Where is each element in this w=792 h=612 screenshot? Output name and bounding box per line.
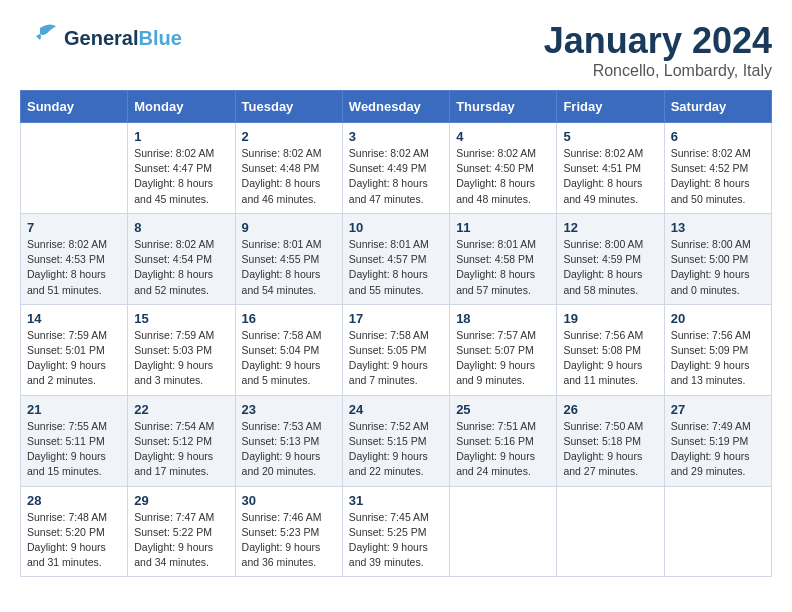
day-number: 3 (349, 129, 443, 144)
day-info: Sunrise: 8:02 AM Sunset: 4:53 PM Dayligh… (27, 237, 121, 298)
day-number: 23 (242, 402, 336, 417)
day-info: Sunrise: 7:59 AM Sunset: 5:03 PM Dayligh… (134, 328, 228, 389)
day-info: Sunrise: 7:58 AM Sunset: 5:04 PM Dayligh… (242, 328, 336, 389)
location: Roncello, Lombardy, Italy (544, 62, 772, 80)
calendar-cell: 10Sunrise: 8:01 AM Sunset: 4:57 PM Dayli… (342, 213, 449, 304)
day-number: 11 (456, 220, 550, 235)
calendar-cell: 11Sunrise: 8:01 AM Sunset: 4:58 PM Dayli… (450, 213, 557, 304)
calendar-cell (664, 486, 771, 577)
day-info: Sunrise: 8:02 AM Sunset: 4:52 PM Dayligh… (671, 146, 765, 207)
day-number: 21 (27, 402, 121, 417)
calendar-cell: 24Sunrise: 7:52 AM Sunset: 5:15 PM Dayli… (342, 395, 449, 486)
calendar-cell: 8Sunrise: 8:02 AM Sunset: 4:54 PM Daylig… (128, 213, 235, 304)
day-info: Sunrise: 7:45 AM Sunset: 5:25 PM Dayligh… (349, 510, 443, 571)
day-number: 15 (134, 311, 228, 326)
day-number: 19 (563, 311, 657, 326)
logo-blue: Blue (138, 27, 181, 49)
day-info: Sunrise: 8:01 AM Sunset: 4:57 PM Dayligh… (349, 237, 443, 298)
calendar-week-3: 14Sunrise: 7:59 AM Sunset: 5:01 PM Dayli… (21, 304, 772, 395)
day-info: Sunrise: 7:46 AM Sunset: 5:23 PM Dayligh… (242, 510, 336, 571)
calendar-cell: 12Sunrise: 8:00 AM Sunset: 4:59 PM Dayli… (557, 213, 664, 304)
day-header-thursday: Thursday (450, 91, 557, 123)
day-number: 25 (456, 402, 550, 417)
day-number: 4 (456, 129, 550, 144)
day-info: Sunrise: 7:47 AM Sunset: 5:22 PM Dayligh… (134, 510, 228, 571)
calendar-cell: 25Sunrise: 7:51 AM Sunset: 5:16 PM Dayli… (450, 395, 557, 486)
calendar-cell: 17Sunrise: 7:58 AM Sunset: 5:05 PM Dayli… (342, 304, 449, 395)
day-header-tuesday: Tuesday (235, 91, 342, 123)
day-header-friday: Friday (557, 91, 664, 123)
day-number: 14 (27, 311, 121, 326)
day-number: 10 (349, 220, 443, 235)
logo: GeneralBlue (20, 20, 182, 56)
day-header-sunday: Sunday (21, 91, 128, 123)
calendar-cell: 2Sunrise: 8:02 AM Sunset: 4:48 PM Daylig… (235, 123, 342, 214)
calendar-cell: 13Sunrise: 8:00 AM Sunset: 5:00 PM Dayli… (664, 213, 771, 304)
day-number: 8 (134, 220, 228, 235)
header: GeneralBlue January 2024 Roncello, Lomba… (20, 20, 772, 80)
day-info: Sunrise: 7:53 AM Sunset: 5:13 PM Dayligh… (242, 419, 336, 480)
calendar-cell: 18Sunrise: 7:57 AM Sunset: 5:07 PM Dayli… (450, 304, 557, 395)
calendar-cell: 21Sunrise: 7:55 AM Sunset: 5:11 PM Dayli… (21, 395, 128, 486)
calendar-cell: 6Sunrise: 8:02 AM Sunset: 4:52 PM Daylig… (664, 123, 771, 214)
calendar-cell: 3Sunrise: 8:02 AM Sunset: 4:49 PM Daylig… (342, 123, 449, 214)
day-info: Sunrise: 7:49 AM Sunset: 5:19 PM Dayligh… (671, 419, 765, 480)
calendar-cell: 16Sunrise: 7:58 AM Sunset: 5:04 PM Dayli… (235, 304, 342, 395)
day-info: Sunrise: 7:56 AM Sunset: 5:08 PM Dayligh… (563, 328, 657, 389)
day-number: 13 (671, 220, 765, 235)
day-number: 24 (349, 402, 443, 417)
day-number: 16 (242, 311, 336, 326)
calendar-cell: 15Sunrise: 7:59 AM Sunset: 5:03 PM Dayli… (128, 304, 235, 395)
day-info: Sunrise: 7:59 AM Sunset: 5:01 PM Dayligh… (27, 328, 121, 389)
day-number: 29 (134, 493, 228, 508)
day-number: 7 (27, 220, 121, 235)
day-info: Sunrise: 7:56 AM Sunset: 5:09 PM Dayligh… (671, 328, 765, 389)
calendar-cell (21, 123, 128, 214)
calendar-cell: 26Sunrise: 7:50 AM Sunset: 5:18 PM Dayli… (557, 395, 664, 486)
day-header-wednesday: Wednesday (342, 91, 449, 123)
logo-general: General (64, 27, 138, 49)
calendar-cell (450, 486, 557, 577)
calendar-cell: 1Sunrise: 8:02 AM Sunset: 4:47 PM Daylig… (128, 123, 235, 214)
day-info: Sunrise: 8:01 AM Sunset: 4:55 PM Dayligh… (242, 237, 336, 298)
calendar-week-4: 21Sunrise: 7:55 AM Sunset: 5:11 PM Dayli… (21, 395, 772, 486)
day-info: Sunrise: 7:52 AM Sunset: 5:15 PM Dayligh… (349, 419, 443, 480)
calendar-cell: 20Sunrise: 7:56 AM Sunset: 5:09 PM Dayli… (664, 304, 771, 395)
day-info: Sunrise: 8:02 AM Sunset: 4:54 PM Dayligh… (134, 237, 228, 298)
day-header-monday: Monday (128, 91, 235, 123)
calendar-cell: 7Sunrise: 8:02 AM Sunset: 4:53 PM Daylig… (21, 213, 128, 304)
day-number: 9 (242, 220, 336, 235)
calendar-cell: 22Sunrise: 7:54 AM Sunset: 5:12 PM Dayli… (128, 395, 235, 486)
day-number: 26 (563, 402, 657, 417)
day-number: 20 (671, 311, 765, 326)
day-number: 17 (349, 311, 443, 326)
day-number: 22 (134, 402, 228, 417)
logo-icon (20, 20, 60, 56)
calendar-cell (557, 486, 664, 577)
day-info: Sunrise: 8:02 AM Sunset: 4:47 PM Dayligh… (134, 146, 228, 207)
day-info: Sunrise: 7:55 AM Sunset: 5:11 PM Dayligh… (27, 419, 121, 480)
calendar-cell: 31Sunrise: 7:45 AM Sunset: 5:25 PM Dayli… (342, 486, 449, 577)
calendar-cell: 9Sunrise: 8:01 AM Sunset: 4:55 PM Daylig… (235, 213, 342, 304)
calendar-week-5: 28Sunrise: 7:48 AM Sunset: 5:20 PM Dayli… (21, 486, 772, 577)
day-info: Sunrise: 8:02 AM Sunset: 4:50 PM Dayligh… (456, 146, 550, 207)
calendar-cell: 5Sunrise: 8:02 AM Sunset: 4:51 PM Daylig… (557, 123, 664, 214)
day-info: Sunrise: 8:00 AM Sunset: 4:59 PM Dayligh… (563, 237, 657, 298)
day-number: 2 (242, 129, 336, 144)
day-number: 6 (671, 129, 765, 144)
calendar-cell: 4Sunrise: 8:02 AM Sunset: 4:50 PM Daylig… (450, 123, 557, 214)
day-info: Sunrise: 7:51 AM Sunset: 5:16 PM Dayligh… (456, 419, 550, 480)
day-info: Sunrise: 8:01 AM Sunset: 4:58 PM Dayligh… (456, 237, 550, 298)
day-number: 1 (134, 129, 228, 144)
day-info: Sunrise: 7:57 AM Sunset: 5:07 PM Dayligh… (456, 328, 550, 389)
calendar-cell: 14Sunrise: 7:59 AM Sunset: 5:01 PM Dayli… (21, 304, 128, 395)
day-info: Sunrise: 7:50 AM Sunset: 5:18 PM Dayligh… (563, 419, 657, 480)
calendar-cell: 28Sunrise: 7:48 AM Sunset: 5:20 PM Dayli… (21, 486, 128, 577)
day-number: 31 (349, 493, 443, 508)
day-number: 18 (456, 311, 550, 326)
day-header-saturday: Saturday (664, 91, 771, 123)
calendar-week-1: 1Sunrise: 8:02 AM Sunset: 4:47 PM Daylig… (21, 123, 772, 214)
calendar-table: SundayMondayTuesdayWednesdayThursdayFrid… (20, 90, 772, 577)
calendar-cell: 29Sunrise: 7:47 AM Sunset: 5:22 PM Dayli… (128, 486, 235, 577)
day-number: 27 (671, 402, 765, 417)
